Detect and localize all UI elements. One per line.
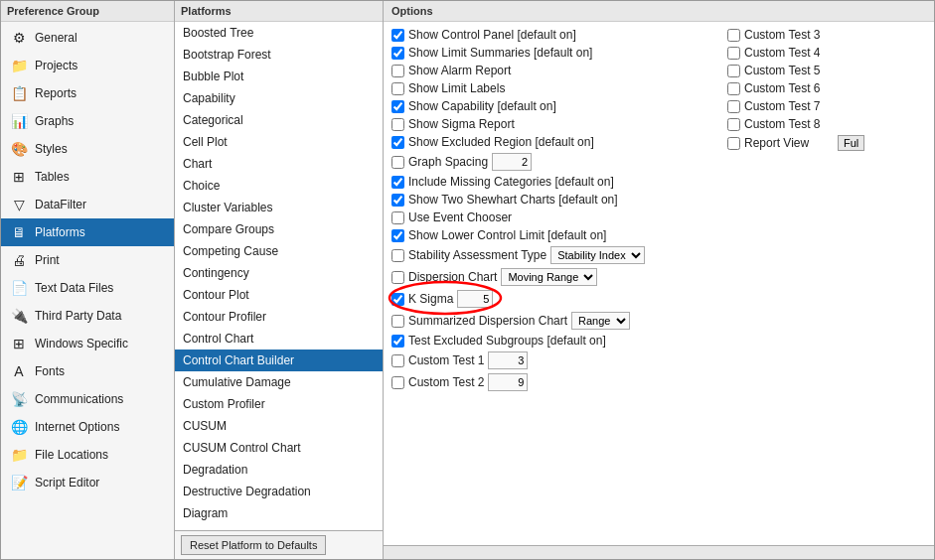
platform-item-contour-profiler[interactable]: Contour Profiler xyxy=(175,306,383,328)
label-stability-assessment: Stability Assessment Type xyxy=(408,248,546,262)
platform-item-contour-plot[interactable]: Contour Plot xyxy=(175,284,383,306)
platform-item-chart[interactable]: Chart xyxy=(175,153,383,175)
checkbox-graph-spacing[interactable] xyxy=(391,156,404,169)
select-dispersion-chart[interactable]: Moving Range xyxy=(501,268,597,286)
checkbox-custom-test5[interactable] xyxy=(727,65,740,77)
checkbox-show-capability[interactable] xyxy=(391,100,404,113)
nav-item-styles[interactable]: 🎨Styles xyxy=(1,135,174,163)
platform-item-bubble-plot[interactable]: Bubble Plot xyxy=(175,66,383,87)
platform-item-choice[interactable]: Choice xyxy=(175,175,383,197)
nav-item-print[interactable]: 🖨Print xyxy=(1,246,174,274)
checkbox-custom-test7[interactable] xyxy=(727,100,740,113)
nav-item-scripteditor[interactable]: 📝Script Editor xyxy=(1,469,174,496)
label-show-lower-control: Show Lower Control Limit [default on] xyxy=(408,228,606,242)
checkbox-summarized-dispersion[interactable] xyxy=(391,315,404,328)
horizontal-scrollbar[interactable] xyxy=(384,546,934,559)
textfile-icon: 📄 xyxy=(9,278,29,298)
platform-item-diagram[interactable]: Diagram xyxy=(175,502,383,524)
nav-item-reports[interactable]: 📋Reports xyxy=(1,79,174,107)
checkbox-show-lower-control[interactable] xyxy=(391,229,404,242)
styles-icon: 🎨 xyxy=(9,139,29,159)
nav-item-label-platforms: Platforms xyxy=(35,225,85,239)
input-custom-test2[interactable] xyxy=(488,373,528,391)
checkbox-show-sigma-report[interactable] xyxy=(391,118,404,131)
platform-item-cusum[interactable]: CUSUM xyxy=(175,415,383,437)
nav-item-internet[interactable]: 🌐Internet Options xyxy=(1,413,174,441)
platform-item-cusum-control-chart[interactable]: CUSUM Control Chart xyxy=(175,437,383,459)
checkbox-show-limit-labels[interactable] xyxy=(391,82,404,95)
platform-item-bootstrap-forest[interactable]: Bootstrap Forest xyxy=(175,44,383,66)
checkbox-use-event-chooser[interactable] xyxy=(391,211,404,224)
left-panel-header: Preference Group xyxy=(1,1,174,22)
platform-item-boosted-tree[interactable]: Boosted Tree xyxy=(175,22,383,44)
label-custom-test3: Custom Test 3 xyxy=(744,28,834,42)
nav-item-label-communications: Communications xyxy=(35,392,123,406)
checkbox-custom-test8[interactable] xyxy=(727,118,740,131)
checkbox-show-excluded-region[interactable] xyxy=(391,136,404,149)
platform-item-compare-groups[interactable]: Compare Groups xyxy=(175,218,383,240)
platform-item-categorical[interactable]: Categorical xyxy=(175,109,383,131)
checkbox-k-sigma[interactable] xyxy=(391,293,404,306)
nav-item-datafilter[interactable]: ▽DataFilter xyxy=(1,191,174,218)
nav-item-general[interactable]: ⚙General xyxy=(1,24,174,52)
nav-item-windows[interactable]: ⊞Windows Specific xyxy=(1,330,174,357)
nav-item-filelocations[interactable]: 📁File Locations xyxy=(1,441,174,469)
nav-item-projects[interactable]: 📁Projects xyxy=(1,52,174,79)
input-custom-test1[interactable] xyxy=(488,351,528,369)
checkbox-report-view[interactable] xyxy=(727,137,740,150)
checkbox-custom-test2[interactable] xyxy=(391,376,404,389)
checkbox-custom-test1[interactable] xyxy=(391,354,404,367)
middle-footer: Reset Platform to Defaults xyxy=(175,530,383,559)
checkbox-show-control-panel[interactable] xyxy=(391,29,404,42)
script-icon: 📝 xyxy=(9,473,29,492)
checkbox-include-missing[interactable] xyxy=(391,176,404,189)
platform-item-competing-cause[interactable]: Competing Cause xyxy=(175,240,383,262)
reset-platform-button[interactable]: Reset Platform to Defaults xyxy=(181,535,326,555)
select-summarized-dispersion[interactable]: Range xyxy=(571,312,630,330)
options-left-col: Show Control Panel [default on] Show Lim… xyxy=(391,28,727,395)
input-k-sigma[interactable] xyxy=(457,290,493,308)
nav-item-communications[interactable]: 📡Communications xyxy=(1,385,174,413)
platform-item-control-chart[interactable]: Control Chart xyxy=(175,328,383,350)
option-custom-test8: Custom Test 8 xyxy=(727,117,926,131)
checkbox-custom-test3[interactable] xyxy=(727,29,740,42)
platform-item-cumulative-damage[interactable]: Cumulative Damage xyxy=(175,371,383,393)
report-view-ful-button[interactable]: Ful xyxy=(838,135,864,151)
checkbox-custom-test6[interactable] xyxy=(727,82,740,95)
option-show-alarm-report: Show Alarm Report xyxy=(391,64,723,77)
checkbox-show-limit-summaries[interactable] xyxy=(391,47,404,60)
label-show-capability: Show Capability [default on] xyxy=(408,99,556,113)
platform-item-cluster-variables[interactable]: Cluster Variables xyxy=(175,197,383,218)
platform-item-control-chart-builder[interactable]: Control Chart Builder xyxy=(175,350,383,371)
option-custom-test7: Custom Test 7 xyxy=(727,99,926,113)
option-stability-assessment: Stability Assessment Type Stability Inde… xyxy=(391,246,723,264)
folder2-icon: 📁 xyxy=(9,445,29,465)
nav-item-fonts[interactable]: AFonts xyxy=(1,357,174,385)
right-panel: Options Show Control Panel [default on] … xyxy=(384,1,934,559)
checkbox-test-excluded[interactable] xyxy=(391,335,404,348)
platform-item-capability[interactable]: Capability xyxy=(175,87,383,109)
platform-item-custom-profiler[interactable]: Custom Profiler xyxy=(175,393,383,415)
checkbox-dispersion-chart[interactable] xyxy=(391,271,404,284)
checkbox-custom-test4[interactable] xyxy=(727,47,740,60)
option-summarized-dispersion: Summarized Dispersion Chart Range xyxy=(391,312,723,330)
platform-item-cell-plot[interactable]: Cell Plot xyxy=(175,131,383,153)
checkbox-show-alarm-report[interactable] xyxy=(391,65,404,77)
platform-item-degradation[interactable]: Degradation xyxy=(175,459,383,481)
select-stability-assessment[interactable]: Stability Index xyxy=(550,246,645,264)
input-graph-spacing[interactable] xyxy=(492,153,532,171)
option-show-lower-control: Show Lower Control Limit [default on] xyxy=(391,228,723,242)
gear-icon: ⚙ xyxy=(9,28,29,48)
checkbox-stability-assessment[interactable] xyxy=(391,249,404,262)
option-show-control-panel: Show Control Panel [default on] xyxy=(391,28,723,42)
nav-item-textdatafiles[interactable]: 📄Text Data Files xyxy=(1,274,174,302)
label-test-excluded: Test Excluded Subgroups [default on] xyxy=(408,334,606,348)
nav-item-graphs[interactable]: 📊Graphs xyxy=(1,107,174,135)
nav-item-tables[interactable]: ⊞Tables xyxy=(1,163,174,191)
nav-item-label-graphs: Graphs xyxy=(35,114,74,128)
platform-item-destructive-degradation[interactable]: Destructive Degradation xyxy=(175,481,383,502)
nav-item-thirdparty[interactable]: 🔌Third Party Data xyxy=(1,302,174,330)
platform-item-contingency[interactable]: Contingency xyxy=(175,262,383,284)
checkbox-show-two-shewhart[interactable] xyxy=(391,194,404,207)
nav-item-platforms[interactable]: 🖥Platforms xyxy=(1,218,174,246)
